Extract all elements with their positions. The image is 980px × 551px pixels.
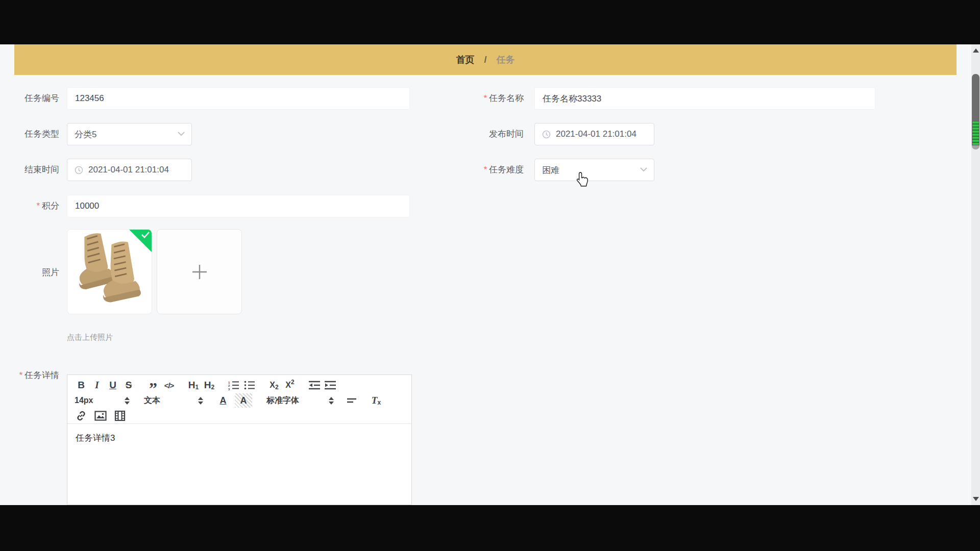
italic-button[interactable]: I — [90, 378, 104, 392]
chevron-down-icon — [640, 167, 648, 172]
top-black-bar — [0, 0, 980, 44]
font-family-picker[interactable]: 标准字体 — [266, 393, 334, 408]
bold-button[interactable]: B — [75, 378, 88, 392]
details-label-text: 任务详情 — [24, 370, 59, 380]
difficulty-value: 困难 — [542, 164, 559, 176]
difficulty-select[interactable]: 困难 — [534, 159, 654, 181]
photo-label-text: 照片 — [42, 267, 59, 277]
text-color-button[interactable]: A — [216, 393, 230, 408]
svg-text:2: 2 — [228, 384, 230, 387]
task-name-input[interactable] — [534, 87, 875, 110]
photo-label: 照片 — [0, 261, 59, 284]
clock-icon — [542, 130, 551, 139]
header-1-button[interactable]: H1 — [187, 378, 200, 392]
subscript-button[interactable]: X2 — [267, 378, 281, 392]
task-number-input[interactable] — [67, 87, 410, 110]
font-family-value: 标准字体 — [266, 395, 299, 406]
outdent-icon[interactable] — [308, 378, 321, 392]
rich-text-editor: B I U S ” </> H1 H2 123 X2 X2 — [67, 374, 412, 505]
task-name-label-text: 任务名称 — [489, 93, 524, 103]
superscript-button[interactable]: X2 — [283, 378, 297, 392]
subscript-base: X — [270, 381, 275, 390]
underline-button[interactable]: U — [106, 378, 119, 392]
breadcrumb: 首页 / 任务 — [456, 54, 514, 66]
task-type-label-text: 任务类型 — [24, 129, 59, 139]
end-time-value: 2021-04-01 21:01:04 — [88, 165, 169, 175]
end-time-label: 结束时间 — [0, 159, 59, 181]
breadcrumb-home-link[interactable]: 首页 — [456, 55, 474, 65]
editor-text: 任务详情3 — [76, 433, 115, 443]
plus-icon — [191, 263, 208, 281]
header-style-value: 文本 — [144, 395, 160, 406]
header-style-picker[interactable]: 文本 — [144, 393, 203, 408]
font-size-picker[interactable]: 14px — [75, 393, 130, 408]
task-type-select[interactable]: 分类5 — [67, 123, 192, 145]
h2-base: H — [204, 380, 211, 391]
publish-time-picker[interactable]: 2021-04-01 21:01:04 — [534, 123, 654, 145]
bottom-black-bar — [0, 505, 980, 551]
scrollbar-thumb-stripes — [972, 121, 979, 145]
image-icon[interactable] — [94, 409, 107, 423]
breadcrumb-separator: / — [484, 55, 486, 65]
header-2-button[interactable]: H2 — [203, 378, 216, 392]
toolbar-row-1: B I U S ” </> H1 H2 123 X2 X2 — [75, 378, 411, 393]
task-name-label: *任务名称 — [429, 87, 524, 110]
breadcrumb-current: 任务 — [497, 55, 515, 65]
required-asterisk: * — [19, 370, 22, 380]
align-icon[interactable] — [345, 393, 358, 408]
publish-time-label: 发布时间 — [429, 123, 524, 145]
code-block-button[interactable]: </> — [162, 378, 176, 392]
editor-toolbar: B I U S ” </> H1 H2 123 X2 X2 — [67, 375, 411, 424]
scroll-down-icon[interactable] — [973, 497, 979, 501]
task-number-label-text: 任务编号 — [24, 93, 59, 103]
clean-format-button[interactable]: Tx — [370, 393, 383, 408]
indent-icon[interactable] — [324, 378, 337, 392]
scroll-up-icon[interactable] — [973, 48, 979, 53]
points-label: *积分 — [0, 195, 59, 217]
editor-content-area[interactable]: 任务详情3 — [67, 424, 411, 452]
background-color-button[interactable]: A — [235, 393, 252, 408]
difficulty-label: *任务难度 — [429, 159, 524, 181]
scrollbar-thumb-body — [972, 74, 979, 121]
font-size-value: 14px — [75, 396, 93, 405]
difficulty-label-text: 任务难度 — [489, 165, 524, 174]
chevron-down-icon — [177, 131, 185, 136]
h1-base: H — [188, 380, 195, 391]
details-label: *任务详情 — [0, 364, 59, 387]
stepper-arrows-icon — [198, 397, 203, 405]
end-time-picker[interactable]: 2021-04-01 21:01:04 — [67, 159, 192, 181]
video-icon[interactable] — [113, 409, 127, 423]
points-input[interactable] — [67, 195, 410, 217]
required-asterisk: * — [483, 165, 487, 174]
stepper-arrows-icon — [125, 397, 130, 405]
svg-text:1: 1 — [228, 381, 230, 384]
stepper-arrows-icon — [329, 397, 334, 405]
svg-text:3: 3 — [228, 388, 230, 391]
superscript-mark: 2 — [291, 378, 295, 386]
toolbar-row-3 — [75, 408, 411, 423]
publish-time-value: 2021-04-01 21:01:04 — [556, 129, 636, 139]
h2-mark: 2 — [211, 382, 215, 392]
subscript-mark: 2 — [275, 382, 279, 392]
scrollbar-thumb[interactable] — [972, 74, 979, 151]
photo-upload-hint: 点击上传照片 — [67, 333, 113, 342]
link-icon[interactable] — [75, 409, 88, 423]
scrollbar-thumb-tail — [972, 145, 979, 149]
vertical-scrollbar[interactable] — [971, 44, 980, 505]
superscript-base: X — [285, 381, 291, 390]
task-type-label: 任务类型 — [0, 123, 59, 145]
h1-mark: 1 — [195, 382, 199, 392]
bullet-list-icon[interactable] — [243, 378, 256, 392]
required-asterisk: * — [36, 201, 40, 211]
toolbar-row-2: 14px 文本 A A 标准字体 Tx — [75, 393, 411, 408]
app-window: 首页 / 任务 任务编号 *任务名称 任务类型 分类5 发布时间 2021-04… — [0, 0, 980, 551]
end-time-label-text: 结束时间 — [24, 165, 59, 174]
photo-upload-button[interactable] — [157, 229, 242, 314]
photo-thumbnail[interactable] — [67, 229, 152, 314]
blockquote-button[interactable]: ” — [146, 375, 160, 395]
strikethrough-button[interactable]: S — [122, 378, 135, 392]
ordered-list-icon[interactable]: 123 — [227, 378, 240, 392]
task-number-label: 任务编号 — [0, 87, 59, 110]
breadcrumb-bar: 首页 / 任务 — [14, 44, 957, 75]
publish-time-label-text: 发布时间 — [489, 129, 524, 139]
